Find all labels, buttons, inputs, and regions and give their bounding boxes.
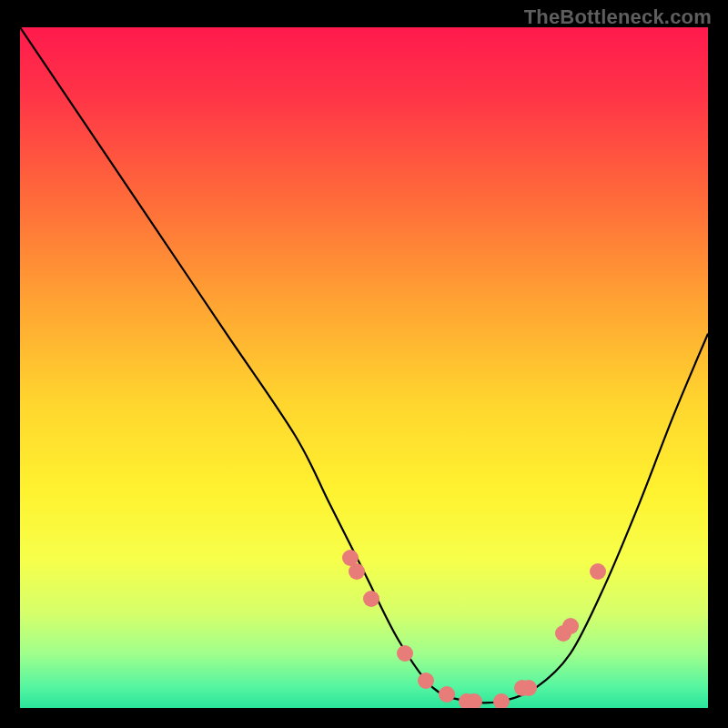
data-point (590, 563, 606, 580)
data-point (397, 645, 413, 662)
data-point (349, 563, 365, 580)
data-point (439, 686, 455, 703)
chart-frame: TheBottleneck.com (0, 0, 728, 728)
data-point (521, 680, 537, 696)
data-point (363, 591, 379, 607)
data-point (493, 693, 510, 708)
data-point (562, 618, 579, 634)
watermark-text: TheBottleneck.com (524, 5, 712, 29)
data-point (418, 672, 434, 689)
plot-area (20, 27, 708, 708)
bottleneck-curve (20, 27, 708, 708)
data-point (466, 693, 482, 708)
